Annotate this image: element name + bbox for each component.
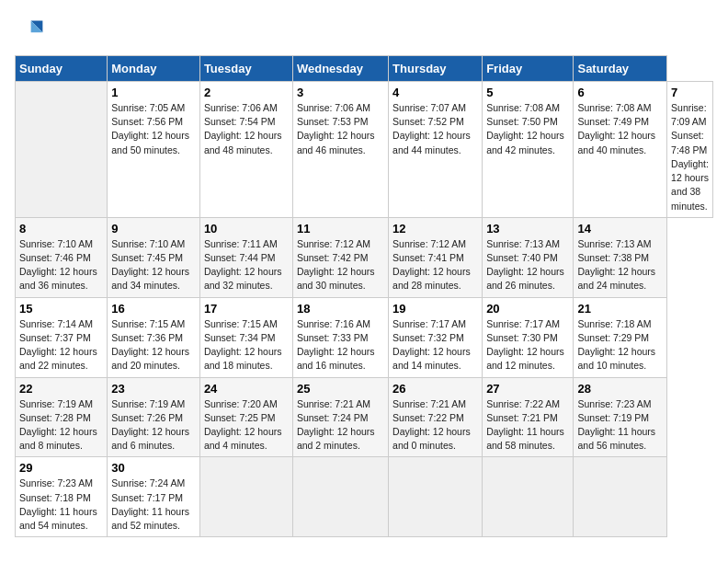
calendar-cell bbox=[16, 82, 108, 218]
day-info: Sunrise: 7:21 AMSunset: 7:24 PMDaylight:… bbox=[297, 397, 384, 454]
header-thursday: Thursday bbox=[389, 56, 483, 82]
calendar-cell: 1Sunrise: 7:05 AMSunset: 7:56 PMDaylight… bbox=[108, 82, 200, 218]
calendar-cell: 15Sunrise: 7:14 AMSunset: 7:37 PMDayligh… bbox=[16, 297, 108, 377]
day-number: 3 bbox=[297, 86, 384, 99]
day-number: 11 bbox=[297, 222, 384, 236]
day-number: 4 bbox=[392, 86, 478, 99]
day-number: 9 bbox=[111, 222, 196, 236]
header-friday: Friday bbox=[483, 56, 574, 82]
calendar-week-4: 22Sunrise: 7:19 AMSunset: 7:28 PMDayligh… bbox=[16, 377, 713, 457]
day-info: Sunrise: 7:17 AMSunset: 7:32 PMDaylight:… bbox=[392, 317, 478, 373]
calendar-cell: 21Sunrise: 7:18 AMSunset: 7:29 PMDayligh… bbox=[574, 297, 667, 377]
day-info: Sunrise: 7:16 AMSunset: 7:33 PMDaylight:… bbox=[297, 317, 384, 373]
header-sunday: Sunday bbox=[16, 56, 108, 82]
calendar-cell: 4Sunrise: 7:07 AMSunset: 7:52 PMDaylight… bbox=[389, 82, 483, 218]
day-number: 17 bbox=[204, 302, 289, 316]
day-number: 8 bbox=[19, 222, 103, 236]
day-number: 2 bbox=[204, 86, 289, 99]
calendar-cell: 3Sunrise: 7:06 AMSunset: 7:53 PMDaylight… bbox=[292, 82, 388, 218]
calendar-cell: 10Sunrise: 7:11 AMSunset: 7:44 PMDayligh… bbox=[199, 217, 292, 297]
day-number: 5 bbox=[486, 86, 569, 99]
day-number: 18 bbox=[297, 302, 384, 316]
day-info: Sunrise: 7:23 AMSunset: 7:19 PMDaylight:… bbox=[577, 397, 663, 454]
calendar-cell: 25Sunrise: 7:21 AMSunset: 7:24 PMDayligh… bbox=[292, 377, 388, 457]
day-number: 16 bbox=[111, 302, 196, 316]
calendar-cell: 2Sunrise: 7:06 AMSunset: 7:54 PMDaylight… bbox=[199, 82, 292, 218]
day-number: 1 bbox=[111, 86, 196, 99]
day-info: Sunrise: 7:06 AMSunset: 7:54 PMDaylight:… bbox=[204, 101, 289, 157]
calendar-cell: 5Sunrise: 7:08 AMSunset: 7:50 PMDaylight… bbox=[483, 82, 574, 218]
page-header bbox=[15, 15, 713, 44]
day-info: Sunrise: 7:22 AMSunset: 7:21 PMDaylight:… bbox=[486, 397, 569, 454]
day-info: Sunrise: 7:12 AMSunset: 7:42 PMDaylight:… bbox=[297, 237, 384, 293]
day-number: 24 bbox=[204, 382, 289, 396]
day-number: 20 bbox=[486, 302, 569, 316]
calendar-cell: 18Sunrise: 7:16 AMSunset: 7:33 PMDayligh… bbox=[292, 297, 388, 377]
calendar-cell: 11Sunrise: 7:12 AMSunset: 7:42 PMDayligh… bbox=[292, 217, 388, 297]
day-number: 23 bbox=[111, 382, 196, 396]
calendar-cell: 28Sunrise: 7:23 AMSunset: 7:19 PMDayligh… bbox=[574, 377, 667, 457]
day-info: Sunrise: 7:12 AMSunset: 7:41 PMDaylight:… bbox=[392, 237, 478, 293]
logo-icon bbox=[15, 15, 44, 44]
day-number: 29 bbox=[19, 461, 103, 475]
day-info: Sunrise: 7:23 AMSunset: 7:18 PMDaylight:… bbox=[19, 477, 103, 533]
header-monday: Monday bbox=[108, 56, 200, 82]
day-info: Sunrise: 7:05 AMSunset: 7:56 PMDaylight:… bbox=[111, 101, 196, 157]
day-number: 15 bbox=[19, 302, 103, 316]
day-number: 30 bbox=[111, 461, 196, 475]
day-info: Sunrise: 7:13 AMSunset: 7:38 PMDaylight:… bbox=[577, 237, 663, 293]
day-number: 10 bbox=[204, 222, 289, 236]
day-info: Sunrise: 7:10 AMSunset: 7:45 PMDaylight:… bbox=[111, 237, 196, 293]
day-info: Sunrise: 7:21 AMSunset: 7:22 PMDaylight:… bbox=[392, 397, 478, 454]
calendar-cell: 24Sunrise: 7:20 AMSunset: 7:25 PMDayligh… bbox=[199, 377, 292, 457]
day-number: 27 bbox=[486, 382, 569, 396]
calendar-cell: 6Sunrise: 7:08 AMSunset: 7:49 PMDaylight… bbox=[574, 82, 667, 218]
calendar-cell: 30Sunrise: 7:24 AMSunset: 7:17 PMDayligh… bbox=[108, 457, 200, 537]
header-tuesday: Tuesday bbox=[199, 56, 292, 82]
calendar-cell: 19Sunrise: 7:17 AMSunset: 7:32 PMDayligh… bbox=[389, 297, 483, 377]
day-number: 7 bbox=[671, 86, 709, 99]
calendar-cell: 12Sunrise: 7:12 AMSunset: 7:41 PMDayligh… bbox=[389, 217, 483, 297]
calendar-cell: 20Sunrise: 7:17 AMSunset: 7:30 PMDayligh… bbox=[483, 297, 574, 377]
calendar-cell: 16Sunrise: 7:15 AMSunset: 7:36 PMDayligh… bbox=[108, 297, 200, 377]
day-number: 6 bbox=[577, 86, 663, 99]
day-info: Sunrise: 7:19 AMSunset: 7:28 PMDaylight:… bbox=[19, 397, 103, 454]
header-wednesday: Wednesday bbox=[292, 56, 388, 82]
day-info: Sunrise: 7:19 AMSunset: 7:26 PMDaylight:… bbox=[111, 397, 196, 454]
day-info: Sunrise: 7:10 AMSunset: 7:46 PMDaylight:… bbox=[19, 237, 103, 293]
calendar-cell: 17Sunrise: 7:15 AMSunset: 7:34 PMDayligh… bbox=[199, 297, 292, 377]
day-info: Sunrise: 7:07 AMSunset: 7:52 PMDaylight:… bbox=[392, 101, 478, 157]
day-info: Sunrise: 7:15 AMSunset: 7:36 PMDaylight:… bbox=[111, 317, 196, 373]
day-info: Sunrise: 7:13 AMSunset: 7:40 PMDaylight:… bbox=[486, 237, 569, 293]
day-info: Sunrise: 7:15 AMSunset: 7:34 PMDaylight:… bbox=[204, 317, 289, 373]
day-number: 25 bbox=[297, 382, 384, 396]
calendar-cell bbox=[292, 457, 388, 537]
day-number: 14 bbox=[577, 222, 663, 236]
calendar-cell: 29Sunrise: 7:23 AMSunset: 7:18 PMDayligh… bbox=[16, 457, 108, 537]
day-info: Sunrise: 7:09 AMSunset: 7:48 PMDaylight:… bbox=[671, 101, 709, 213]
calendar-cell: 23Sunrise: 7:19 AMSunset: 7:26 PMDayligh… bbox=[108, 377, 200, 457]
day-info: Sunrise: 7:24 AMSunset: 7:17 PMDaylight:… bbox=[111, 477, 196, 533]
calendar-header-row: SundayMondayTuesdayWednesdayThursdayFrid… bbox=[16, 56, 713, 82]
day-number: 12 bbox=[392, 222, 478, 236]
calendar-week-1: 1Sunrise: 7:05 AMSunset: 7:56 PMDaylight… bbox=[16, 82, 713, 218]
day-number: 28 bbox=[577, 382, 663, 396]
day-info: Sunrise: 7:11 AMSunset: 7:44 PMDaylight:… bbox=[204, 237, 289, 293]
day-info: Sunrise: 7:14 AMSunset: 7:37 PMDaylight:… bbox=[19, 317, 103, 373]
day-info: Sunrise: 7:17 AMSunset: 7:30 PMDaylight:… bbox=[486, 317, 569, 373]
calendar-cell bbox=[483, 457, 574, 537]
day-number: 22 bbox=[19, 382, 103, 396]
calendar-cell bbox=[199, 457, 292, 537]
day-info: Sunrise: 7:18 AMSunset: 7:29 PMDaylight:… bbox=[577, 317, 663, 373]
day-info: Sunrise: 7:08 AMSunset: 7:49 PMDaylight:… bbox=[577, 101, 663, 157]
calendar-week-3: 15Sunrise: 7:14 AMSunset: 7:37 PMDayligh… bbox=[16, 297, 713, 377]
day-info: Sunrise: 7:20 AMSunset: 7:25 PMDaylight:… bbox=[204, 397, 289, 454]
calendar-cell: 7Sunrise: 7:09 AMSunset: 7:48 PMDaylight… bbox=[667, 82, 713, 218]
calendar-cell: 26Sunrise: 7:21 AMSunset: 7:22 PMDayligh… bbox=[389, 377, 483, 457]
calendar-cell: 27Sunrise: 7:22 AMSunset: 7:21 PMDayligh… bbox=[483, 377, 574, 457]
header-saturday: Saturday bbox=[574, 56, 667, 82]
calendar-cell bbox=[574, 457, 667, 537]
calendar-cell: 14Sunrise: 7:13 AMSunset: 7:38 PMDayligh… bbox=[574, 217, 667, 297]
day-number: 13 bbox=[486, 222, 569, 236]
calendar-week-5: 29Sunrise: 7:23 AMSunset: 7:18 PMDayligh… bbox=[16, 457, 713, 537]
